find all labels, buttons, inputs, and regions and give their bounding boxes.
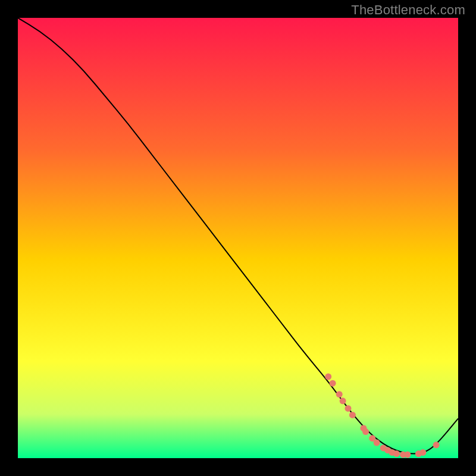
curve-dot [325,374,331,380]
watermark-text: TheBottleneck.com [351,2,465,18]
gradient-background [18,18,458,458]
curve-dot [330,380,336,387]
curve-dot [336,391,343,397]
curve-dot [345,405,352,412]
chart-plot-area [18,18,458,458]
curve-dot [433,441,440,448]
curve-dot [393,450,400,457]
bottleneck-chart [18,18,458,458]
curve-dot [349,412,356,418]
curve-dot [419,449,426,456]
curve-dot [362,428,369,435]
curve-dot [374,440,380,446]
curve-dot [404,452,411,458]
curve-dot [340,397,346,404]
